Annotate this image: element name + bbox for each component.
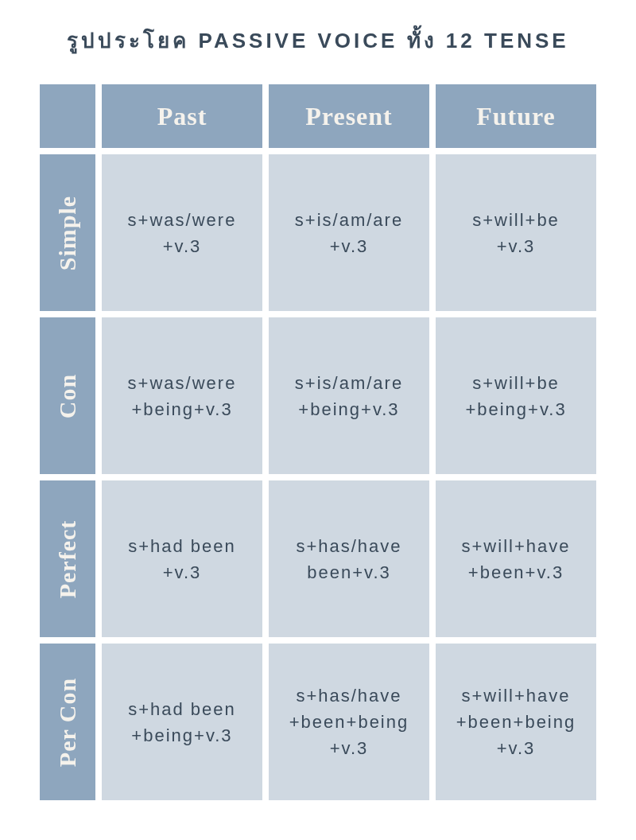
row-header-label: Simple	[54, 195, 81, 270]
cell-con-present: s+is/am/are +being+v.3	[269, 317, 429, 474]
row-header-perfect: Perfect	[40, 480, 95, 637]
cell-percon-present: s+has/have +been+being +v.3	[269, 644, 429, 800]
cell-perfect-past: s+had been +v.3	[102, 480, 262, 637]
cell-con-future: s+will+be +being+v.3	[436, 317, 596, 474]
corner-cell	[40, 84, 95, 148]
cell-simple-past: s+was/were +v.3	[102, 154, 262, 311]
col-header-label: Future	[476, 102, 556, 131]
col-header-present: Present	[269, 84, 429, 148]
cell-percon-future: s+will+have +been+being +v.3	[436, 644, 596, 800]
cell-perfect-future: s+will+have +been+v.3	[436, 480, 596, 637]
col-header-label: Past	[157, 102, 207, 131]
cell-simple-future: s+will+be +v.3	[436, 154, 596, 311]
cell-con-past: s+was/were +being+v.3	[102, 317, 262, 474]
row-header-percon: Per Con	[40, 644, 95, 800]
row-header-simple: Simple	[40, 154, 95, 311]
row-header-label: Perfect	[54, 519, 81, 598]
row-header-con: Con	[40, 317, 95, 474]
col-header-past: Past	[102, 84, 262, 148]
row-header-label: Per Con	[54, 677, 81, 766]
page-title: รูปประโยค PASSIVE VOICE ทั้ง 12 TENSE	[40, 24, 596, 56]
cell-percon-past: s+had been +being+v.3	[102, 644, 262, 800]
row-header-label: Con	[54, 373, 81, 418]
col-header-future: Future	[436, 84, 596, 148]
col-header-label: Present	[305, 102, 392, 131]
cell-perfect-present: s+has/have been+v.3	[269, 480, 429, 637]
cell-simple-present: s+is/am/are +v.3	[269, 154, 429, 311]
tense-grid: Past Present Future Simple s+was/were +v…	[40, 84, 596, 800]
